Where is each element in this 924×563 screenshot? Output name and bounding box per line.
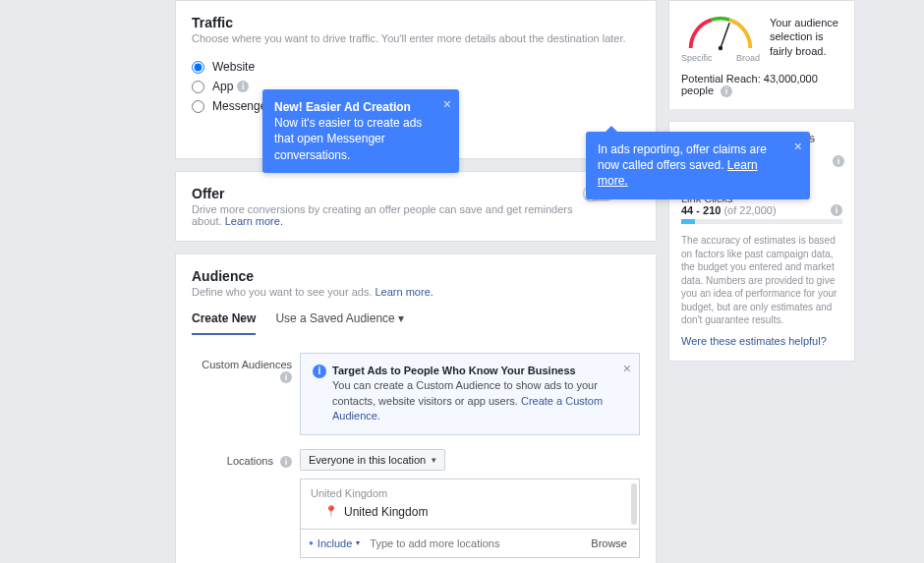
offer-learn-more[interactable]: Learn more. [225,215,283,227]
info-icon[interactable]: i [280,456,292,468]
pin-icon: 📍 [324,505,338,518]
include-dropdown[interactable]: Include [309,537,360,549]
offers-saved-tip: × In ads reporting, offer claims are now… [586,132,810,199]
info-icon[interactable]: i [831,204,842,216]
tab-saved-audience[interactable]: Use a Saved Audience ▾ [275,311,404,335]
radio-app[interactable] [192,81,204,93]
radio-website[interactable] [192,61,204,74]
traffic-title: Traffic [192,15,640,30]
location-group: United Kingdom [311,487,629,499]
audience-definition-panel: Specific Broad Your audience selection i… [668,0,855,109]
audience-desc: Define who you want to see your ads. Lea… [192,286,640,298]
metric-value: 44 - 210 (of 22,000) i [681,204,842,216]
browse-locations[interactable]: Browse [587,537,631,549]
custom-audience-infobox: × iTarget Ads to People Who Know Your Bu… [300,353,640,435]
traffic-option-website[interactable]: Website [192,60,640,74]
info-icon[interactable]: i [280,371,292,383]
tab-create-new[interactable]: Create New [192,311,256,335]
offer-panel: Offer Drive more conversions by creating… [175,171,657,242]
info-icon[interactable]: i [237,81,249,92]
estimate-disclaimer: The accuracy of estimates is based on fa… [681,234,842,327]
gauge-text: Your audience selection is fairly broad. [770,16,842,58]
locations-box: United Kingdom 📍 United Kingdom Include … [300,479,640,558]
traffic-desc: Choose where you want to drive traffic. … [192,32,640,44]
audience-panel: Audience Define who you want to see your… [175,253,657,563]
audience-learn-more[interactable]: Learn more. [375,286,433,298]
offer-title: Offer [192,186,583,201]
location-scope-dropdown[interactable]: Everyone in this location [300,449,445,471]
info-icon[interactable]: i [721,85,732,97]
potential-reach: Potential Reach: 43,000,000 people i [681,73,842,97]
offer-desc: Drive more conversions by creating an of… [192,203,583,227]
location-item[interactable]: 📍 United Kingdom [311,503,629,521]
label-locations: Locations i [192,449,300,468]
location-input[interactable] [366,534,587,553]
scrollbar[interactable] [631,483,637,525]
info-icon[interactable]: i [833,155,844,167]
close-icon[interactable]: × [794,138,802,156]
label-custom-audiences: Custom Audiences i [192,353,300,383]
close-icon[interactable]: × [623,360,631,379]
close-icon[interactable]: × [443,95,451,114]
svg-point-1 [719,46,723,51]
audience-tabs: Create New Use a Saved Audience ▾ [192,311,640,335]
svg-line-0 [721,23,729,48]
estimates-helpful-link[interactable]: Were these estimates helpful? [681,335,842,347]
messenger-tip: × New! Easier Ad Creation Now it's easie… [262,89,459,173]
radio-messenger[interactable] [192,100,204,113]
metric-bar [681,219,842,224]
gauge-icon [681,11,760,54]
audience-title: Audience [192,268,640,284]
daily-results-panel: Estimated Daily Results × In ads reporti… [668,121,855,362]
info-icon: i [313,365,326,378]
traffic-panel: Traffic Choose where you want to drive t… [175,0,657,159]
